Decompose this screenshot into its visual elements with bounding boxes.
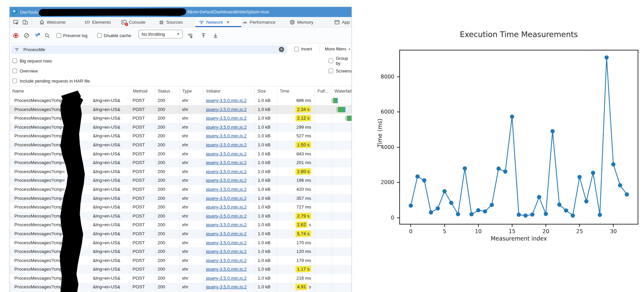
request-row[interactable]: ProcessMessages?cmp=&lng=en-US&POST200xh…: [10, 185, 352, 194]
tab-application[interactable]: App: [334, 17, 350, 27]
invert-checkbox[interactable]: Invert: [294, 46, 312, 51]
initiator-link[interactable]: jquery-3.5.0.min.js:2: [206, 160, 247, 165]
initiator-link[interactable]: jquery-3.5.0.min.js:2: [206, 107, 247, 112]
initiator-link[interactable]: jquery-3.5.0.min.js:2: [206, 204, 247, 209]
throttling-select[interactable]: No throttling ▼: [139, 31, 183, 37]
record-button[interactable]: [13, 32, 19, 39]
request-name[interactable]: ProcessMessages?cmp=&lng=en-US&: [10, 230, 130, 239]
request-name[interactable]: ProcessMessages?cmp=&lng=en-US&: [10, 212, 130, 221]
initiator-link[interactable]: jquery-3.5.0.min.js:2: [206, 151, 247, 156]
initiator-link[interactable]: jquery-3.5.0.min.js:2: [206, 240, 247, 245]
request-row[interactable]: ProcessMessages?cmp=&lng=en-US&POST200xh…: [10, 256, 352, 265]
tab-network-close-icon[interactable]: ✕: [226, 20, 230, 25]
initiator-link[interactable]: jquery-3.5.0.min.js:2: [206, 142, 247, 147]
column-header-size[interactable]: Size: [254, 86, 277, 96]
initiator-link[interactable]: jquery-3.5.0.min.js:2: [206, 267, 247, 272]
request-row[interactable]: ProcessMessages?cmp=&lng=en-US&POST200xh…: [10, 274, 352, 283]
initiator-link[interactable]: jquery-3.5.0.min.js:2: [206, 258, 247, 263]
request-row[interactable]: ProcessMessages?cmp=&lng=en-US&POST200xh…: [10, 167, 352, 176]
inspect-element-button[interactable]: [13, 17, 19, 27]
clear-button[interactable]: [24, 32, 29, 39]
tab-performance[interactable]: Performance: [242, 17, 275, 27]
initiator-link[interactable]: jquery-3.5.0.min.js:2: [206, 116, 247, 121]
request-name[interactable]: ProcessMessages?cmp=&lng=en-US&: [10, 221, 130, 230]
request-row[interactable]: ProcessMessages?cmp=&lng=en-US&POST200xh…: [10, 105, 352, 114]
column-header-type[interactable]: Type: [179, 86, 203, 96]
request-row[interactable]: ProcessMessages?cmp=&lng=en-US&POST200xh…: [10, 265, 352, 274]
device-toolbar-button[interactable]: [22, 17, 28, 27]
request-row[interactable]: ProcessMessages?cmp=&lng=en-US&POST200xh…: [10, 176, 352, 185]
request-row[interactable]: ProcessMessages?cmp=&lng=en-US&POST200xh…: [10, 194, 352, 203]
overview-checkbox[interactable]: Overview: [12, 67, 38, 74]
request-name[interactable]: ProcessMessages?cmp=&lng=en-US&: [10, 123, 130, 132]
column-header-method[interactable]: Method: [130, 86, 155, 96]
request-row[interactable]: ProcessMessages?cmp=&lng=en-US&POST200xh…: [10, 141, 352, 150]
filter-input[interactable]: ProcessMe: [11, 45, 287, 54]
tab-elements[interactable]: Elements: [84, 17, 111, 27]
filter-toggle-button[interactable]: [34, 32, 40, 39]
request-row[interactable]: ProcessMessages?cmp=&lng=en-US&POST200xh…: [10, 114, 352, 123]
request-name[interactable]: ProcessMessages?cmp=&lng=en-US&: [10, 239, 130, 248]
tab-sources[interactable]: Sources: [159, 17, 183, 27]
request-row[interactable]: ProcessMessages?cmp=&lng=en-US&POST200xh…: [10, 132, 352, 141]
request-name[interactable]: ProcessMessages?cmp=&lng=en-US&: [10, 203, 130, 212]
initiator-link[interactable]: jquery-3.5.0.min.js:2: [206, 231, 247, 236]
initiator-link[interactable]: jquery-3.5.0.min.js:2: [206, 133, 247, 138]
request-row[interactable]: ProcessMessages?cmp=&lng=en-US&POST200xh…: [10, 283, 352, 292]
tab-console[interactable]: ✕ Console: [121, 17, 146, 27]
initiator-link[interactable]: jquery-3.5.0.min.js:2: [206, 125, 247, 130]
include-pending-checkbox[interactable]: Include pending requests in HAR file: [12, 78, 90, 84]
request-row[interactable]: ProcessMessages?cmp=&lng=en-US&POST200xh…: [10, 221, 352, 230]
screenshots-checkbox[interactable]: Screensho: [329, 67, 352, 74]
import-har-button[interactable]: [201, 32, 206, 39]
request-row[interactable]: ProcessMessages?cmp=&lng=en-US&POST200xh…: [10, 212, 352, 221]
big-request-rows-checkbox[interactable]: Big request rows: [12, 57, 52, 64]
request-row[interactable]: ProcessMessages?cmp=&lng=en-US&POST200xh…: [10, 203, 352, 212]
column-header-initiator[interactable]: Initiator: [203, 86, 254, 96]
request-name[interactable]: ProcessMessages?cmp=&lng=en-US&: [10, 247, 130, 256]
column-header-waterfall[interactable]: Waterfall: [332, 86, 352, 96]
initiator-link[interactable]: jquery-3.5.0.min.js:2: [206, 213, 247, 218]
column-header-fulf[interactable]: Fulf...: [314, 86, 332, 96]
tab-network[interactable]: Network ✕: [195, 17, 241, 27]
network-conditions-button[interactable]: [187, 32, 193, 39]
initiator-link[interactable]: jquery-3.5.0.min.js:2: [206, 284, 247, 289]
request-name[interactable]: ProcessMessages?cmp=&lng=en-US&: [10, 283, 130, 292]
request-name[interactable]: ProcessMessages?cmp=&lng=en-US&: [10, 176, 130, 185]
request-name[interactable]: ProcessMessages?cmp=&lng=en-US&: [10, 274, 130, 283]
request-name[interactable]: ProcessMessages?cmp=&lng=en-US&: [10, 132, 130, 141]
group-by-checkbox[interactable]: Group by: [329, 57, 352, 64]
request-name[interactable]: ProcessMessages?cmp=&lng=en-US&: [10, 96, 130, 105]
initiator-link[interactable]: jquery-3.5.0.min.js:2: [206, 169, 247, 174]
request-row[interactable]: ProcessMessages?cmp=&lng=en-US&POST200xh…: [10, 150, 352, 159]
request-row[interactable]: ProcessMessages?cmp=&lng=en-US&POST200xh…: [10, 230, 352, 239]
initiator-link[interactable]: jquery-3.5.0.min.js:2: [206, 187, 247, 192]
request-name[interactable]: ProcessMessages?cmp=&lng=en-US&: [10, 105, 130, 114]
request-row[interactable]: ProcessMessages?cmp=&lng=en-US&POST200xh…: [10, 247, 352, 256]
request-name[interactable]: ProcessMessages?cmp=&lng=en-US&: [10, 265, 130, 274]
request-name[interactable]: ProcessMessages?cmp=&lng=en-US&: [10, 114, 130, 123]
disable-cache-checkbox[interactable]: Disable cache: [97, 32, 131, 39]
initiator-link[interactable]: jquery-3.5.0.min.js:2: [206, 98, 247, 103]
initiator-link[interactable]: jquery-3.5.0.min.js:2: [206, 196, 247, 201]
request-name[interactable]: ProcessMessages?cmp=&lng=en-US&: [10, 194, 130, 203]
initiator-link[interactable]: jquery-3.5.0.min.js:2: [206, 276, 247, 281]
request-name[interactable]: ProcessMessages?cmp=&lng=en-US&: [10, 185, 130, 194]
column-header-time[interactable]: Time: [277, 86, 314, 96]
initiator-link[interactable]: jquery-3.5.0.min.js:2: [206, 178, 247, 183]
initiator-link[interactable]: jquery-3.5.0.min.js:2: [206, 249, 247, 254]
request-name[interactable]: ProcessMessages?cmp=&lng=en-US&: [10, 167, 130, 176]
export-har-button[interactable]: [213, 32, 218, 39]
request-name[interactable]: ProcessMessages?cmp=&lng=en-US&: [10, 141, 130, 150]
tab-welcome[interactable]: Welcome: [39, 17, 65, 27]
request-name[interactable]: ProcessMessages?cmp=&lng=en-US&: [10, 150, 130, 159]
request-row[interactable]: ProcessMessages?cmp=&lng=en-US&POST200xh…: [10, 123, 352, 132]
request-name[interactable]: ProcessMessages?cmp=&lng=en-US&: [10, 158, 130, 167]
filter-clear-button[interactable]: ✕: [279, 47, 284, 52]
request-row[interactable]: ProcessMessages?cmp=&lng=en-US&POST200xh…: [10, 96, 352, 105]
preserve-log-checkbox[interactable]: Preserve log: [56, 32, 87, 39]
request-row[interactable]: ProcessMessages?cmp=&lng=en-US&POST200xh…: [10, 158, 352, 167]
search-button[interactable]: [44, 32, 50, 39]
tab-memory[interactable]: Memory: [289, 17, 313, 27]
request-name[interactable]: ProcessMessages?cmp=&lng=en-US&: [10, 256, 130, 265]
